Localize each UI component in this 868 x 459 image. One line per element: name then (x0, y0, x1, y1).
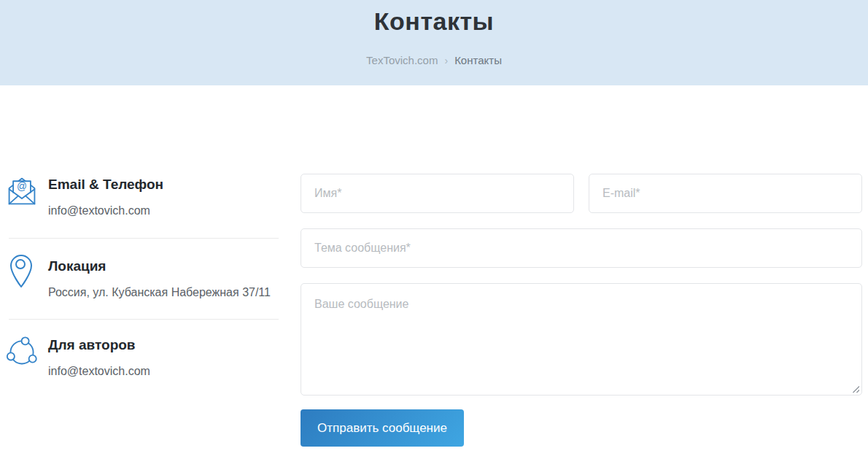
contact-item-title: Для авторов (48, 337, 136, 353)
contact-item-text: info@textovich.com (48, 204, 150, 217)
hero-banner: Контакты TexTovich.com › Контакты (0, 0, 868, 85)
name-input[interactable] (301, 174, 574, 213)
breadcrumb-home-link[interactable]: TexTovich.com (366, 54, 438, 66)
contacts-page: Контакты TexTovich.com › Контакты @ Emai… (0, 0, 868, 459)
message-textarea[interactable] (301, 283, 862, 396)
divider (9, 319, 279, 320)
email-input[interactable] (589, 174, 862, 213)
page-title: Контакты (0, 7, 868, 36)
breadcrumb-separator-icon: › (444, 55, 448, 66)
breadcrumb: TexTovich.com › Контакты (0, 54, 868, 66)
contact-item-title: Локация (48, 258, 106, 274)
contact-item-text: info@textovich.com (48, 365, 150, 378)
location-pin-icon (9, 254, 33, 289)
share-network-icon (6, 336, 38, 368)
contact-item-text: Россия, ул. Кубанская Набережная 37/11 (48, 286, 271, 299)
mail-at-icon: @ (6, 175, 38, 207)
contact-item-title: Email & Телефон (48, 177, 163, 193)
svg-text:@: @ (17, 181, 27, 192)
divider (9, 238, 279, 239)
breadcrumb-current: Контакты (454, 54, 502, 66)
send-message-button[interactable]: Отправить сообщение (301, 409, 464, 447)
subject-input[interactable] (301, 228, 862, 268)
